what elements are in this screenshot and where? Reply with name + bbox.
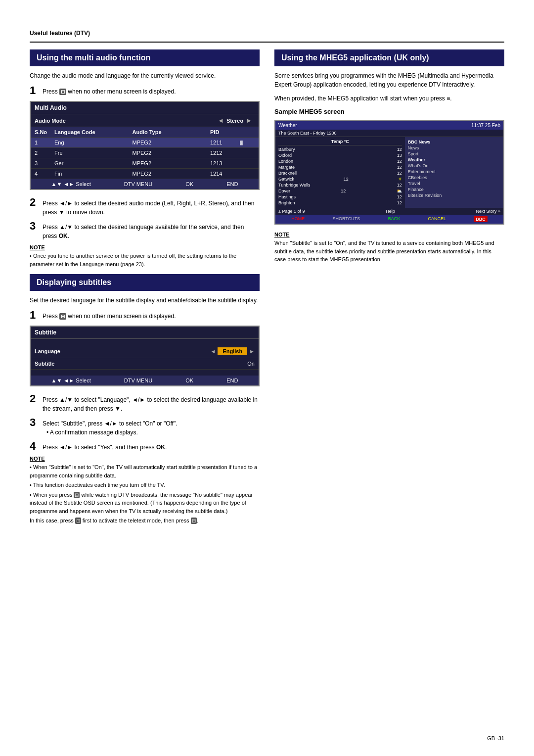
mheg5-page-info: ± Page 1 of 9 <box>278 209 305 214</box>
mheg5-help: Help <box>386 209 395 214</box>
mheg5-pageinfo-bar: ± Page 1 of 9 Help Next Story » <box>275 208 503 215</box>
sub-osd-title: Subtitle <box>31 327 259 339</box>
step-num-s1: 1 <box>30 310 39 321</box>
sub-osd-footer: ▲▼ ◄► Select DTV MENU OK END <box>31 376 259 385</box>
sub-osd-footer-select: ▲▼ ◄► Select <box>51 378 91 383</box>
page-header: Useful features (DTV) <box>30 30 504 43</box>
osd-row-1: 1 Eng MPEG2 1211 ▓ <box>31 138 259 148</box>
step-num-s3: 3 <box>30 417 39 428</box>
mheg5-menu-weather: Weather <box>408 157 500 163</box>
mheg5-header: Weather 11:37 25 Feb <box>275 121 503 130</box>
sub-osd-footer-end: END <box>226 378 238 383</box>
mheg5-footer-back: BACK <box>388 216 400 222</box>
section-mheg5: Using the MHEG5 application (UK only) So… <box>274 49 504 264</box>
mheg5-col-header: Temp °C <box>278 139 402 145</box>
mheg5-header-left: Weather <box>278 123 297 128</box>
mheg5-right-panel: BBC News News Sport Weather What's On En… <box>405 137 503 208</box>
osd-col-type-header: Audio Type <box>133 129 211 135</box>
section-subtitles: Displaying subtitles Set the desired lan… <box>30 274 260 525</box>
step-num-s2: 2 <box>30 393 39 404</box>
section-multi-audio-intro: Change the audio mode and language for t… <box>30 71 260 80</box>
sub-osd-label-language: Language <box>35 348 60 354</box>
section-multi-audio-title: Using the multi audio function <box>30 49 260 66</box>
mheg5-body: Temp °C Banbury12 Oxford13 London12 Marg… <box>275 137 503 208</box>
step-3-subtitles: 3 Select "Subtitle", press ◄/► to select… <box>30 417 260 437</box>
osd-audio-mode-label: Audio Mode <box>35 118 215 124</box>
mheg5-data-tunbridge: Tunbridge Wells12 <box>278 182 402 188</box>
osd-col-pid-header: PID <box>210 129 240 135</box>
mheg5-menu-travel: Travel <box>408 181 500 187</box>
right-column: Using the MHEG5 application (UK only) So… <box>274 49 504 531</box>
note-text-s: • When "Subtitle" is set to "On", the TV… <box>30 463 260 525</box>
mheg5-footer-bbc: BBC <box>474 216 488 222</box>
mheg5-data-brighton: Brighton12 <box>278 200 402 206</box>
section-mheg5-title: Using the MHEG5 application (UK only) <box>274 49 504 66</box>
weather-icon-sun: ☀ <box>398 177 402 182</box>
mheg5-footer: HOME SHORTCUTS BACK CANCEL BBC <box>275 215 503 224</box>
osd-title: Multi Audio <box>31 102 259 114</box>
sample-mheg5-label: Sample MHEG5 screen <box>274 108 504 115</box>
osd-row-3: 3 Ger MPEG2 1213 <box>31 158 259 169</box>
mheg5-left-panel: Temp °C Banbury12 Oxford13 London12 Marg… <box>275 137 405 208</box>
mheg5-menu-sport: Sport <box>408 151 500 157</box>
note-text-mheg5: When "Subtitle" is set to "On", and the … <box>274 239 504 264</box>
osd-col-lang-header: Language Code <box>54 129 133 135</box>
step-text-2: Press ◄/► to select the desired audio mo… <box>43 197 260 217</box>
note-label-s: NOTE <box>30 456 260 462</box>
osd-arrow-left: ◄ <box>218 117 224 124</box>
step-1-subtitles: 1 Press ⊟ when no other menu screen is d… <box>30 310 260 321</box>
mheg5-footer-cancel: CANCEL <box>428 216 446 222</box>
osd-audio-mode-value: Stereo <box>226 118 243 124</box>
note-label-mheg5: NOTE <box>274 232 504 237</box>
step-text-s4: Press ◄/► to select "Yes", and then pres… <box>43 441 167 452</box>
mheg5-footer-shortcuts: SHORTCUTS <box>332 216 360 222</box>
mheg5-menu-whatson: What's On <box>408 163 500 169</box>
mheg5-data-hastings: Hastings12 <box>278 194 402 200</box>
step-text-s3: Select "Subtitle", press ◄/► to select "… <box>43 417 178 437</box>
note-mheg5: NOTE When "Subtitle" is set to "On", and… <box>274 232 504 264</box>
osd-footer-ok: OK <box>185 181 193 187</box>
mheg5-data-bracknell: Bracknell12 <box>278 170 402 176</box>
osd-audio-mode-row: Audio Mode ◄ Stereo ► <box>31 114 259 127</box>
osd-subtitle: Subtitle Language ◄ English ► Subtitle O… <box>30 326 260 386</box>
osd-arrow-right: ► <box>246 117 252 124</box>
mheg5-menu-news: News <box>408 145 500 151</box>
osd-footer: ▲▼ ◄► Select DTV MENU OK END <box>31 179 259 189</box>
page-footer: GB -31 <box>487 735 504 741</box>
mheg5-data-dover: Dover12⛅ <box>278 188 402 194</box>
note-subtitles: NOTE • When "Subtitle" is set to "On", t… <box>30 456 260 525</box>
mheg5-subheader: The South East - Friday 1200 <box>275 130 503 137</box>
sub-osd-footer-ok: OK <box>185 378 193 383</box>
mheg5-footer-home: HOME <box>291 216 305 222</box>
step-num-1: 1 <box>30 85 39 96</box>
mheg5-menu-bbc-news: BBC News <box>408 139 500 145</box>
osd-footer-end: END <box>226 181 238 187</box>
osd-table-header: S.No Language Code Audio Type PID <box>31 127 259 138</box>
osd-row-4: 4 Fin MPEG2 1214 <box>31 169 259 179</box>
step-1-multi-audio: 1 Press ⊡ when no other menu screen is d… <box>30 85 260 96</box>
section-mheg5-intro1: Some services bring you programmes with … <box>274 71 504 89</box>
weather-icon-cloud: ⛅ <box>397 189 402 193</box>
sub-osd-row-language: Language ◄ English ► <box>31 345 259 358</box>
mheg5-menu-entertainment: Entertainment <box>408 169 500 175</box>
note-text-1: • Once you tune to another service or th… <box>30 252 260 268</box>
osd-multi-audio: Multi Audio Audio Mode ◄ Stereo ► S.No L… <box>30 101 260 190</box>
mheg5-header-right: 11:37 25 Feb <box>471 123 500 128</box>
osd-col-sno-header: S.No <box>35 129 54 135</box>
osd-footer-select: ▲▼ ◄► Select <box>51 181 91 187</box>
note-multi-audio: NOTE • Once you tune to another service … <box>30 244 260 268</box>
osd-row-2: 2 Fre MPEG2 1212 <box>31 148 259 158</box>
sub-osd-value-subtitle: On <box>247 361 255 367</box>
step-num-2: 2 <box>30 197 39 208</box>
sub-osd-footer-dtv: DTV MENU <box>124 378 152 383</box>
section-subtitles-intro: Set the desired language for the subtitl… <box>30 296 260 305</box>
sub-osd-label-subtitle: Subtitle <box>35 361 54 367</box>
step-num-s4: 4 <box>30 441 39 452</box>
mheg5-data-london: London12 <box>278 158 402 164</box>
mheg5-menu-finance: Finance <box>408 187 500 192</box>
sub-osd-arrow-right: ► <box>249 348 255 354</box>
note-label-1: NOTE <box>30 244 260 250</box>
mheg5-data-gatwick: Gatwick12☀ <box>278 176 402 182</box>
section-mheg5-intro2: When provided, the MHEG5 application wil… <box>274 94 504 103</box>
step-2-subtitles: 2 Press ▲/▼ to select "Language", ◄/► to… <box>30 393 260 413</box>
